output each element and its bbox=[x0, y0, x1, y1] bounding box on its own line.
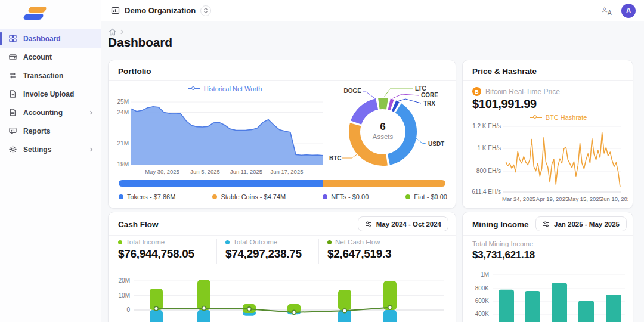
y-tick: 24M bbox=[117, 109, 129, 116]
donut-label-trx: TRX bbox=[423, 100, 435, 107]
stat-value-text: $2,647,519.3 bbox=[327, 247, 391, 261]
divider bbox=[109, 235, 456, 236]
donut-label-usdt: USDT bbox=[428, 141, 444, 147]
sidebar-item-transaction[interactable]: Transaction bbox=[0, 66, 101, 85]
topbar-actions: 文A A bbox=[602, 4, 636, 18]
chevron-right-icon bbox=[89, 110, 94, 115]
donut-center-value: 6 bbox=[365, 121, 401, 133]
breadcrumb-chevron-icon bbox=[120, 29, 124, 35]
y-tick: 20M bbox=[119, 277, 130, 284]
sidebar-item-reports[interactable]: Reports bbox=[0, 122, 101, 140]
x-tick: May 30, 2025 bbox=[145, 168, 179, 175]
topbar: Demo Organization 文A A bbox=[101, 0, 644, 21]
svg-text:A: A bbox=[608, 10, 612, 16]
sidebar-item-label: Account bbox=[23, 53, 52, 61]
y-tick: 1 K EH/s bbox=[478, 145, 501, 151]
sidebar-nav: Dashboard Account Transaction Invoice Up… bbox=[0, 29, 101, 159]
sliders-icon bbox=[543, 221, 550, 228]
sliders-icon bbox=[365, 221, 372, 228]
nfts-dot-icon bbox=[323, 194, 327, 199]
mining-income-card-title: Mining Income bbox=[472, 220, 529, 229]
logo-bar-blue bbox=[23, 14, 44, 20]
up-down-chevrons-icon bbox=[203, 7, 208, 14]
allocation-bar bbox=[119, 180, 445, 187]
net-worth-legend[interactable]: Historical Net Worth bbox=[126, 85, 323, 92]
legend-item-stable-coins[interactable]: Stable Coins - $4.74M bbox=[212, 193, 286, 200]
sidebar-item-accounting[interactable]: Accounting bbox=[0, 103, 101, 122]
y-tick: 10M bbox=[119, 292, 130, 299]
org-select-stepper[interactable] bbox=[200, 5, 211, 16]
y-tick: 1.2 K EH/s bbox=[472, 123, 501, 129]
legend-item-label: Stable Coins - $4.74M bbox=[221, 193, 286, 200]
bitcoin-price: $101,991.99 bbox=[472, 97, 537, 111]
portfolio-card-title: Portfolio bbox=[118, 67, 151, 76]
mining-stat-value: $3,731,621.18 bbox=[472, 249, 535, 261]
total-outcome-stat: Total Outcome $74,297,238.75 bbox=[216, 239, 302, 264]
assets-donut-chart: DOGE LTC CORE TRX USDT BTC 6 Assets bbox=[328, 83, 453, 189]
net-dot-icon bbox=[327, 240, 332, 244]
allocation-legend: Tokens - $7.86M Stable Coins - $4.74M NF… bbox=[119, 193, 447, 200]
language-icon[interactable]: 文A bbox=[602, 5, 613, 16]
bitcoin-price-label-row: B Bitcoin Real-Time Price bbox=[472, 87, 560, 96]
donut-label-doge: DOGE bbox=[336, 88, 361, 94]
allocation-segment bbox=[323, 180, 445, 187]
sidebar-item-dashboard[interactable]: Dashboard bbox=[0, 29, 101, 48]
legend-item-nfts[interactable]: NFTs - $0.00 bbox=[323, 193, 369, 200]
y-tick: 400K bbox=[475, 311, 490, 317]
reports-icon bbox=[9, 127, 17, 135]
donut-center-label: Assets bbox=[365, 133, 401, 140]
legend-label: Historical Net Worth bbox=[204, 85, 262, 92]
sidebar-item-settings[interactable]: Settings bbox=[0, 140, 101, 159]
sidebar-item-label: Dashboard bbox=[23, 35, 61, 43]
sidebar-item-invoice-upload[interactable]: Invoice Upload bbox=[0, 85, 101, 103]
sidebar-item-label: Accounting bbox=[23, 109, 63, 117]
x-tick: Jun 5, 2025 bbox=[190, 168, 220, 175]
divider bbox=[109, 80, 456, 80]
price-hashrate-card: Price & Hashrate B Bitcoin Real-Time Pri… bbox=[462, 60, 633, 209]
organization-icon bbox=[111, 6, 120, 15]
x-tick: Mar 24, 2025 bbox=[502, 196, 535, 202]
legend-item-fiat[interactable]: Fiat - $0.00 bbox=[405, 193, 447, 200]
transfer-arrows-icon bbox=[9, 72, 17, 79]
x-tick: May 15, 2025 bbox=[568, 196, 602, 202]
y-tick: 19M bbox=[117, 161, 129, 168]
accounting-document-icon bbox=[9, 109, 17, 116]
mining-date-range-button[interactable]: Jan 2025 - May 2025 bbox=[535, 216, 627, 231]
total-income-stat: Total Income $76,944,758.05 bbox=[118, 239, 194, 261]
wallet-icon bbox=[9, 53, 17, 61]
hashrate-legend[interactable]: BTC Hashrate bbox=[499, 114, 618, 121]
stat-value-text: $76,944,758.05 bbox=[118, 247, 194, 261]
allocation-segment bbox=[119, 180, 323, 187]
brand-logo[interactable] bbox=[23, 5, 50, 26]
cash-flow-date-range-button[interactable]: May 2024 - Oct 2024 bbox=[358, 216, 448, 231]
avatar[interactable]: A bbox=[621, 4, 636, 18]
org-name: Demo Organization bbox=[125, 6, 196, 15]
hashrate-chart: 1.2 K EH/s 1 K EH/s 800 EH/s 611.4 EH/s … bbox=[466, 122, 628, 207]
income-dot-icon bbox=[118, 240, 122, 244]
legend-line-marker-icon bbox=[188, 88, 200, 89]
date-range-label: Jan 2025 - May 2025 bbox=[554, 221, 620, 228]
mining-income-chart: 1M 800K 600K 400K bbox=[467, 269, 630, 322]
donut-label-ltc: LTC bbox=[415, 85, 426, 92]
org-switcher[interactable]: Demo Organization bbox=[111, 5, 211, 16]
sidebar-item-label: Settings bbox=[23, 145, 51, 154]
legend-item-tokens[interactable]: Tokens - $7.86M bbox=[119, 193, 175, 200]
y-tick: 800K bbox=[475, 285, 490, 292]
legend-item-label: Tokens - $7.86M bbox=[127, 193, 175, 200]
portfolio-card: Portfolio Historical Net Worth 25M 24M 2… bbox=[108, 60, 456, 209]
y-tick: 611.4 EH/s bbox=[472, 188, 501, 195]
cash-flow-chart: 20M 10M 0 -10M bbox=[114, 269, 450, 322]
y-tick: 600K bbox=[475, 298, 490, 304]
net-cash-flow-stat: Net Cash Flow $2,647,519.3 bbox=[318, 239, 391, 264]
outcome-dot-icon bbox=[225, 240, 230, 244]
cash-flow-card: Cash Flow May 2024 - Oct 2024 Total Inco… bbox=[108, 212, 456, 322]
divider bbox=[463, 235, 633, 236]
page-title: Dashboard bbox=[108, 35, 172, 49]
legend-label: BTC Hashrate bbox=[546, 114, 587, 121]
net-worth-chart: 25M 24M 21M 19M May 30, 2025 Jun 5, 2025… bbox=[113, 95, 327, 179]
sidebar-item-account[interactable]: Account bbox=[0, 48, 101, 66]
date-range-label: May 2024 - Oct 2024 bbox=[376, 221, 441, 228]
mining-income-card: Mining Income Jan 2025 - May 2025 Total … bbox=[462, 212, 633, 322]
svg-text:文: 文 bbox=[602, 6, 608, 13]
x-tick: Jun 11, 2025 bbox=[230, 168, 262, 175]
